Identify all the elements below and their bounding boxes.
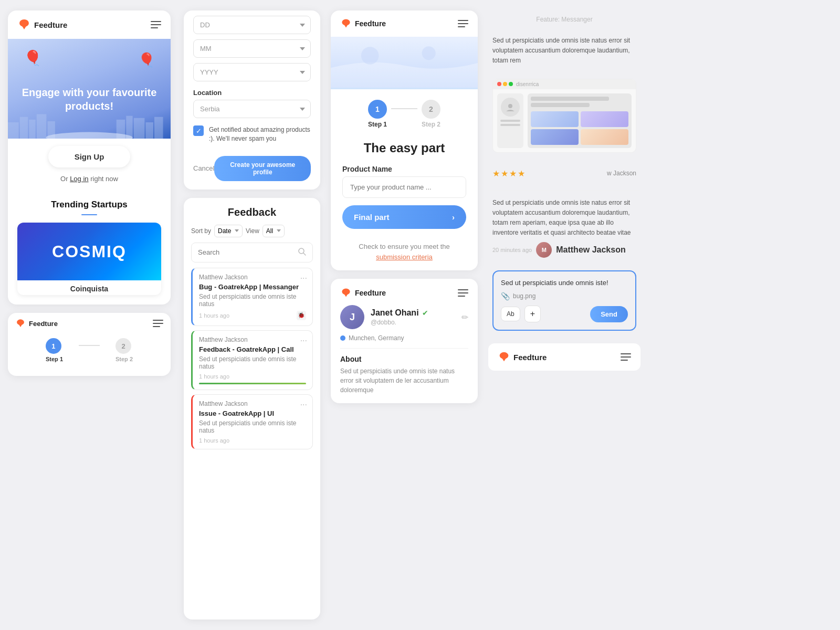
screenshot-content: [493, 89, 636, 152]
ss-img: [531, 111, 579, 127]
screenshot-mock: disenrrica: [492, 79, 636, 153]
ss-main-line: [531, 97, 609, 101]
submission-text: Check to ensure you meet the submission …: [331, 236, 478, 270]
feedback-card: Feedback Sort by Date View All ··· Matth…: [184, 198, 320, 620]
search-input[interactable]: [198, 248, 298, 256]
yyyy-field: YYYY: [193, 63, 311, 81]
ss-line: [500, 120, 520, 122]
checkbox-row: ✓ Get notified about amazing products :)…: [193, 125, 311, 143]
yyyy-select[interactable]: YYYY: [193, 63, 311, 81]
feedback-item-title: Issue - GoatrekApp | UI: [199, 410, 306, 417]
column-1: Feedture 🎈 🎈: [0, 0, 178, 630]
checkbox[interactable]: ✓: [193, 125, 204, 136]
feedback-controls: Sort by Date View All: [184, 225, 320, 243]
more-options-icon[interactable]: ···: [300, 400, 307, 410]
date-select[interactable]: Date: [214, 225, 243, 237]
attachment-filename: bug.png: [513, 292, 536, 300]
step-connector: [391, 108, 417, 109]
feedback-author: Matthew Jackson: [199, 336, 306, 343]
svg-line-16: [303, 253, 306, 255]
screenshot-topbar: disenrrica: [493, 79, 636, 89]
profile-logo: Feedture: [340, 287, 386, 299]
ss-image-grid: [531, 111, 628, 145]
view-select[interactable]: All: [262, 225, 285, 237]
signup-button[interactable]: Sign Up: [48, 146, 131, 167]
feedback-time: 1 hours ago: [199, 437, 229, 444]
location-select[interactable]: Serbia: [193, 100, 311, 118]
feedback-author: Matthew Jackson: [199, 274, 306, 281]
hero-text: Engage with your favourite products!: [8, 65, 171, 113]
step-1-indicator: 1 Step 1: [368, 100, 387, 128]
svg-rect-9: [134, 118, 145, 139]
checkbox-text: Get notified about amazing products :). …: [209, 125, 311, 143]
mm-field: MM: [193, 39, 311, 58]
profile-card: Feedture J Janet Ohani ✔ @dobbo. ✏ Munch…: [331, 279, 478, 403]
small-logo: Feedture: [15, 318, 58, 329]
view-label: View: [246, 227, 259, 235]
attachment-icon: 📎: [501, 292, 510, 300]
send-button[interactable]: Send: [590, 306, 628, 322]
final-part-button[interactable]: Final part ›: [342, 205, 466, 229]
column-2: DD MM YYYY Location Serbia ✓ Get notifie…: [178, 0, 326, 630]
profile-hamburger[interactable]: [458, 289, 468, 297]
maximize-dot: [509, 82, 513, 86]
feedback-author: Matthew Jackson: [199, 400, 306, 407]
feedback-item-desc: Sed ut perspiciatis unde omnis iste natu…: [199, 355, 306, 370]
small-hamburger[interactable]: [153, 320, 163, 327]
step-1-wrap: 1 Step 1: [46, 338, 63, 362]
login-link[interactable]: Log in: [70, 175, 88, 183]
mm-select[interactable]: MM: [193, 39, 311, 58]
more-options-icon[interactable]: ···: [300, 274, 307, 283]
search-icon: [298, 247, 306, 258]
arrow-right-icon: ›: [452, 213, 455, 222]
reviewer-fullname: Matthew Jackson: [556, 245, 625, 255]
feedback-item[interactable]: ··· Matthew Jackson Issue - GoatrekApp |…: [191, 394, 313, 449]
profile-info: Janet Ohani ✔ @dobbo.: [364, 308, 461, 326]
trending-section: Trending Startups COSMIQ Coinquista: [8, 191, 171, 304]
svg-rect-4: [29, 120, 35, 139]
step-product-card: Feedture: [331, 10, 478, 270]
svg-rect-11: [154, 117, 163, 139]
feedture-logo: Feedture: [17, 18, 67, 32]
feedback-item[interactable]: ··· Matthew Jackson Bug - GoatrekApp | M…: [191, 268, 313, 326]
ss-avatar: [501, 98, 520, 117]
step-2-wrap: 2 Step 2: [116, 338, 133, 362]
profile-name-row: Janet Ohani ✔: [371, 308, 461, 318]
about-text: Sed ut perspiciatis unde omnis iste natu…: [340, 366, 468, 395]
message-box: Sed ut perspiciatis unde omnis iste! 📎 b…: [492, 270, 636, 331]
step-2-ind-label: Step 2: [422, 121, 440, 128]
progress-bar: [199, 383, 306, 384]
more-options-icon[interactable]: ···: [300, 336, 307, 345]
trending-item[interactable]: COSMIQ Coinquista: [17, 223, 161, 295]
step-1-label: Step 1: [46, 356, 63, 362]
small-step-card: Feedture 1 Step 1 2 Step 2: [8, 313, 171, 376]
hamburger-menu[interactable]: [151, 21, 161, 28]
add-attachment-button[interactable]: +: [524, 306, 541, 322]
create-profile-button[interactable]: Create your awesome profile: [214, 156, 311, 181]
svg-marker-26: [501, 358, 506, 361]
edit-icon[interactable]: ✏: [461, 312, 468, 322]
ss-img: [531, 129, 579, 145]
review-stars-row: ★★★★ w Jackson: [488, 165, 640, 182]
product-name-input[interactable]: [342, 176, 466, 198]
text-format-button[interactable]: Ab: [501, 307, 520, 321]
footer-hamburger[interactable]: [621, 353, 631, 361]
step-hamburger[interactable]: [458, 20, 468, 27]
column-3: Feedture: [326, 0, 483, 630]
minimize-dot: [503, 82, 507, 86]
location-icon: [340, 335, 345, 341]
footer-logo: Feedture: [498, 351, 547, 363]
small-logo-icon: [15, 318, 26, 329]
cancel-button[interactable]: Cancel: [193, 164, 214, 172]
review-text-1: Sed ut perspiciatis unde omnis iste natu…: [488, 36, 640, 70]
submission-criteria-link[interactable]: submission criteria: [376, 253, 433, 261]
profile-user-row: J Janet Ohani ✔ @dobbo. ✏: [340, 305, 468, 329]
svg-point-20: [361, 47, 379, 65]
step-2-ind-circle: 2: [422, 100, 440, 119]
step-1-ind-label: Step 1: [368, 121, 387, 128]
feedback-item[interactable]: ··· Matthew Jackson Feedback - GoatrekAp…: [191, 330, 313, 390]
svg-point-24: [508, 104, 512, 108]
feature-label: Feature: Messanger: [488, 10, 640, 27]
step-banner-art: [331, 37, 478, 89]
dd-select[interactable]: DD: [193, 16, 311, 34]
